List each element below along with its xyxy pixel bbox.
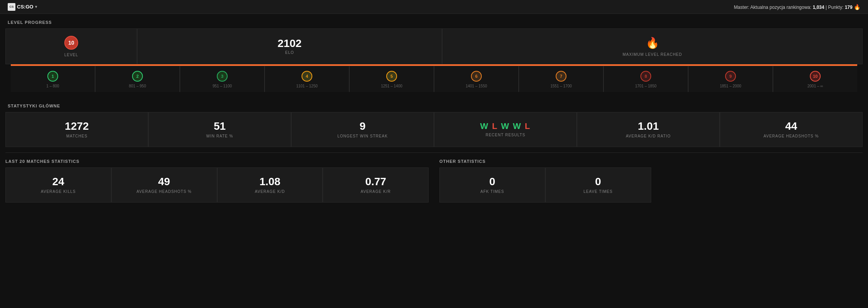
max-level-card: 🔥 MAXIMUM LEVEL REACHED bbox=[442, 28, 863, 64]
stat-value-matches: 1272 bbox=[65, 121, 89, 132]
header-left: CS CS:GO ▾ bbox=[8, 3, 37, 11]
section-label-level: LEVEL PROGRESS bbox=[0, 14, 868, 28]
csgo-logo-text: CS:GO bbox=[17, 4, 34, 10]
level-badge: 10 bbox=[64, 36, 78, 50]
section-label-main-stats: STATYSTYKI GŁÓWNE bbox=[0, 97, 868, 112]
stat-label-avg-kr: AVERAGE K/R bbox=[361, 189, 391, 194]
bottom-sections: LAST 20 MATCHES STATISTICS 24 AVERAGE KI… bbox=[0, 153, 868, 203]
tier-item-10: 10 2001 – ∞ bbox=[773, 66, 857, 92]
elo-value: 2102 bbox=[278, 38, 302, 49]
stat-value-hs: 44 bbox=[785, 121, 797, 132]
stat-label-hs: AVERAGE HEADSHOTS % bbox=[764, 134, 819, 138]
tier-badge-8: 8 bbox=[640, 71, 651, 82]
stat-card-avg-kd: 1.08 AVERAGE K/D bbox=[217, 167, 323, 203]
stat-label-winrate: WIN RATE % bbox=[206, 134, 233, 138]
stat-value-streak: 9 bbox=[360, 121, 366, 132]
stat-card-results: W L W W L RECENT RESULTS bbox=[434, 112, 577, 147]
tier-item-6: 6 1401 – 1550 bbox=[434, 66, 519, 92]
level-card: 10 LEVEL bbox=[5, 28, 137, 64]
stat-label-kd: AVERAGE K/D RATIO bbox=[626, 134, 671, 138]
stat-label-avg-kills: AVERAGE KILLS bbox=[41, 189, 76, 194]
fire-icon: 🔥 bbox=[854, 4, 860, 10]
tier-range-5: 1251 – 1400 bbox=[381, 84, 402, 88]
stat-value-results: W L W W L bbox=[480, 122, 531, 131]
tier-badge-6: 6 bbox=[471, 71, 482, 82]
tier-badge-7: 7 bbox=[556, 71, 566, 82]
tier-range-4: 1101 – 1250 bbox=[296, 84, 318, 88]
result-w3: W bbox=[513, 121, 522, 131]
tier-range-1: 1 – 800 bbox=[46, 84, 59, 88]
tier-range-9: 1851 – 2000 bbox=[720, 84, 741, 88]
stat-label-streak: LONGEST WIN STREAK bbox=[337, 134, 388, 138]
stat-card-empty2 bbox=[757, 167, 863, 203]
dropdown-icon[interactable]: ▾ bbox=[35, 5, 37, 9]
stat-card-hs: 44 AVERAGE HEADSHOTS % bbox=[720, 112, 863, 147]
stat-label-results: RECENT RESULTS bbox=[486, 133, 525, 137]
tier-item-3: 3 951 – 1100 bbox=[180, 66, 265, 92]
result-l1: L bbox=[492, 121, 498, 131]
main-stat-cards: 1272 MATCHES 51 WIN RATE % 9 LONGEST WIN… bbox=[5, 112, 863, 147]
result-w1: W bbox=[480, 121, 489, 131]
section-label-other: OTHER STATISTICS bbox=[439, 153, 863, 167]
stat-card-avg-kr: 0.77 AVERAGE K/R bbox=[323, 167, 429, 203]
last20-stat-cards: 24 AVERAGE KILLS 49 AVERAGE HEADSHOTS % … bbox=[5, 167, 429, 203]
other-stat-cards: 0 AFK TIMES 0 LEAVE TIMES bbox=[439, 167, 863, 203]
stat-value-kd: 1.01 bbox=[638, 121, 659, 132]
stat-value-avg-kr: 0.77 bbox=[365, 176, 386, 187]
progress-bar bbox=[11, 64, 857, 66]
points-separator: | Punkty: bbox=[826, 5, 843, 10]
points-value: 179 bbox=[845, 5, 853, 10]
tier-badge-9: 9 bbox=[725, 71, 736, 82]
tier-range-3: 951 – 1100 bbox=[213, 84, 232, 88]
tier-badge-2: 2 bbox=[132, 71, 143, 82]
stat-value-winrate: 51 bbox=[214, 121, 226, 132]
level-progress-section: 10 LEVEL 2102 ELO 🔥 MAXIMUM LEVEL REACHE… bbox=[0, 28, 868, 97]
tier-item-7: 7 1551 – 1700 bbox=[519, 66, 603, 92]
stat-label-avg-hs: AVERAGE HEADSHOTS % bbox=[136, 189, 191, 194]
stat-card-winrate: 51 WIN RATE % bbox=[148, 112, 291, 147]
stat-label-matches: MATCHES bbox=[66, 134, 87, 138]
stat-card-matches: 1272 MATCHES bbox=[5, 112, 148, 147]
stat-value-leave: 0 bbox=[595, 176, 601, 187]
tier-badge-3: 3 bbox=[217, 71, 228, 82]
tier-item-8: 8 1701 – 1850 bbox=[603, 66, 688, 92]
rank-info: Aktualna pozycja rankingowa: bbox=[750, 5, 811, 10]
elo-card: 2102 ELO bbox=[137, 28, 442, 64]
tier-item-9: 9 1851 – 2000 bbox=[688, 66, 773, 92]
stat-label-avg-kd: AVERAGE K/D bbox=[255, 189, 285, 194]
tier-item-1: 1 1 – 800 bbox=[11, 66, 95, 92]
rank-value: 1,034 bbox=[813, 5, 824, 10]
level-cards: 10 LEVEL 2102 ELO 🔥 MAXIMUM LEVEL REACHE… bbox=[5, 28, 863, 64]
tier-range-6: 1401 – 1550 bbox=[466, 84, 487, 88]
tier-range-7: 1551 – 1700 bbox=[550, 84, 572, 88]
tier-item-5: 5 1251 – 1400 bbox=[349, 66, 434, 92]
header: CS CS:GO ▾ Master: Aktualna pozycja rank… bbox=[0, 0, 868, 14]
stat-value-avg-hs: 49 bbox=[158, 176, 170, 187]
tier-badge-1: 1 bbox=[47, 71, 58, 82]
stat-card-afk: 0 AFK TIMES bbox=[439, 167, 545, 203]
header-right: Master: Aktualna pozycja rankingowa: 1,0… bbox=[734, 4, 860, 10]
tier-item-4: 4 1101 – 1250 bbox=[265, 66, 349, 92]
section-label-last20: LAST 20 MATCHES STATISTICS bbox=[5, 153, 429, 167]
stat-card-streak: 9 LONGEST WIN STREAK bbox=[291, 112, 434, 147]
stat-value-afk: 0 bbox=[489, 176, 496, 187]
tier-badge-10: 10 bbox=[810, 71, 821, 82]
last20-section: LAST 20 MATCHES STATISTICS 24 AVERAGE KI… bbox=[5, 153, 434, 203]
stat-label-afk: AFK TIMES bbox=[481, 189, 504, 194]
stat-value-avg-kills: 24 bbox=[52, 176, 64, 187]
csgo-logo[interactable]: CS CS:GO ▾ bbox=[8, 3, 37, 11]
level-tiers: 1 1 – 800 2 801 – 950 3 951 – 1100 4 110… bbox=[11, 66, 857, 92]
result-w2: W bbox=[501, 121, 510, 131]
max-level-label: MAXIMUM LEVEL REACHED bbox=[623, 52, 682, 57]
tier-item-2: 2 801 – 950 bbox=[95, 66, 180, 92]
tier-range-10: 2001 – ∞ bbox=[808, 84, 823, 88]
tier-badge-5: 5 bbox=[386, 71, 397, 82]
level-label: LEVEL bbox=[64, 53, 78, 57]
stat-card-kd: 1.01 AVERAGE K/D RATIO bbox=[577, 112, 720, 147]
rank-label: Master: bbox=[734, 5, 749, 10]
fire-large-icon: 🔥 bbox=[646, 37, 659, 49]
stat-value-avg-kd: 1.08 bbox=[260, 176, 281, 187]
tier-range-8: 1701 – 1850 bbox=[635, 84, 657, 88]
main-stats-section: 1272 MATCHES 51 WIN RATE % 9 LONGEST WIN… bbox=[0, 112, 868, 152]
result-l2: L bbox=[525, 121, 531, 131]
